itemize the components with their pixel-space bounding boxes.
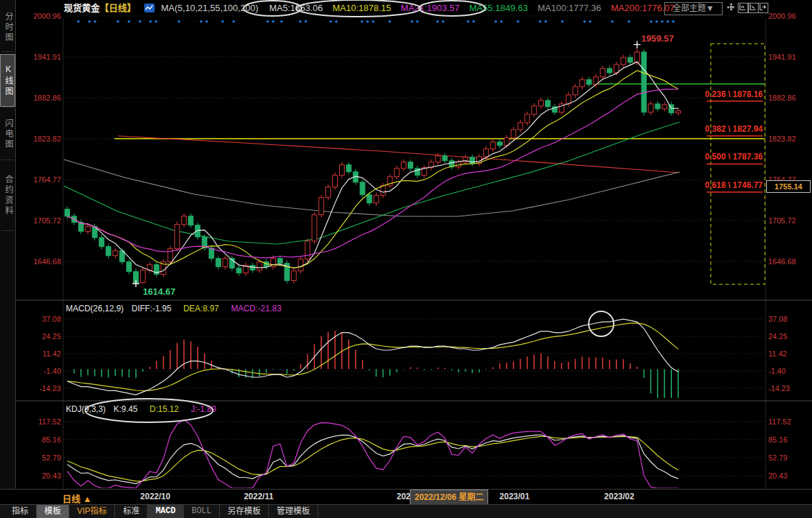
axis-label: -14.23 <box>768 384 790 392</box>
tab-指标[interactable]: 指标 <box>4 505 37 518</box>
axis-label: 37.08 <box>768 315 788 323</box>
sidebar-item-K线图[interactable]: K线图 <box>0 54 15 107</box>
axis-label: 1882.86 <box>768 94 796 102</box>
axis-label: 117.52 <box>768 417 791 426</box>
tab-VIP指标[interactable]: VIP指标 <box>69 505 115 518</box>
crosshair-date-tooltip: 2022/12/06 星期二 <box>410 490 488 505</box>
ma-legend-item: MA10:1878.15 <box>332 3 391 13</box>
period-selector-button[interactable]: 日线 ▲ <box>62 492 92 505</box>
sidebar-item-分时图[interactable]: 分时图 <box>1 4 15 50</box>
low-price-label: 1614.67 <box>143 286 175 297</box>
high-price-label: 1959.57 <box>641 33 674 44</box>
macd-title: MACD(26,12,9) <box>66 304 123 313</box>
axis-label: 11.42 <box>22 349 61 358</box>
axis-label: -1.40 <box>768 367 786 375</box>
theme-dropdown-button[interactable]: 全部主题▼ <box>664 2 723 15</box>
axis-label: 85.16 <box>22 435 61 444</box>
axis-label: 20.43 <box>22 472 61 480</box>
pane-layout-icon-2[interactable] <box>748 3 759 13</box>
axis-label: 52.79 <box>768 454 788 462</box>
fib-label-0.382: 0.382 \ 1827.94 <box>652 124 763 134</box>
date-tick-2022/11: 2022/11 <box>244 492 274 501</box>
sidebar-separator <box>1 159 14 160</box>
date-tick-2022/10: 2022/10 <box>140 492 170 501</box>
date-tick-202: 202 <box>397 492 411 501</box>
axis-label: 1705.72 <box>768 216 796 225</box>
date-tick-2023/01: 2023/01 <box>499 492 529 501</box>
fib-label-0.500: 0.500 \ 1787.36 <box>652 152 763 162</box>
axis-label: 2000.96 <box>22 12 61 20</box>
sidebar-separator <box>1 230 14 231</box>
axis-label: -1.40 <box>22 367 61 375</box>
axis-label: 1941.91 <box>768 53 796 61</box>
sidebar-separator <box>1 51 14 52</box>
axis-label: 85.16 <box>768 435 788 444</box>
axis-label: 24.25 <box>768 332 788 340</box>
indicator-tab-bar: 指标模板VIP指标标准MACDBOLL另存模板管理模板 <box>0 504 812 518</box>
axis-label: -14.23 <box>22 384 61 392</box>
symbol-title: 现货黄金 <box>64 3 100 13</box>
macd-panel-header: MACD(26,12,9) DIFF:-1.95 DEA:8.97 MACD:-… <box>66 304 282 313</box>
period-title: 【日线】 <box>100 3 136 13</box>
ma-legend-item: MA5:1863.06 <box>269 3 322 13</box>
crosshair-price-box: 1755.14 <box>766 180 811 193</box>
kline-chart-icon <box>144 3 155 12</box>
axis-label: 20.43 <box>768 472 788 480</box>
axis-label: 24.25 <box>22 332 61 340</box>
kdj-panel-header: KDJ(9,3,3) K:9.45 D:15.12 J:-1.89 <box>66 404 216 414</box>
axis-label: 1646.68 <box>22 257 61 266</box>
axis-label: 52.79 <box>22 454 61 462</box>
sidebar-item-闪电图[interactable]: 闪电图 <box>1 110 15 158</box>
axis-label: 11.42 <box>768 349 787 358</box>
ma-legend-item: MA21:1903.57 <box>401 3 460 13</box>
fib-label-0.618: 0.618 \ 1746.77 <box>652 180 763 190</box>
axis-label: 1823.82 <box>768 135 796 143</box>
sidebar-item-合约资料[interactable]: 合约资料 <box>1 162 15 229</box>
axis-label: 1882.86 <box>22 94 61 102</box>
ma-legend-item: MA55:1849.63 <box>469 3 528 13</box>
tab-BOLL[interactable]: BOLL <box>184 505 220 518</box>
ma-legend-item: MA100:1777.36 <box>537 3 601 13</box>
tab-标准[interactable]: 标准 <box>115 505 148 518</box>
axis-label: 37.08 <box>22 315 61 323</box>
left-sidebar: 分时图K线图闪电图合约资料 <box>0 0 16 504</box>
axis-label: 1646.68 <box>768 257 796 266</box>
kdj-title: KDJ(9,3,3) <box>66 404 105 414</box>
macd-diff-value: DIFF:-1.95 <box>132 304 171 313</box>
pane-export-icon[interactable] <box>758 3 768 13</box>
ma-legend: MA5:1863.06MA10:1878.15MA21:1903.57MA55:… <box>269 3 684 13</box>
kdj-j-value: J:-1.89 <box>191 404 216 414</box>
trading-app-window: 现货黄金【日线】 MA(5,10,21,55,100,200) MA5:1863… <box>0 0 812 518</box>
axis-label: 2000.96 <box>768 12 796 20</box>
date-tick-2023/02: 2023/02 <box>604 492 634 501</box>
tab-另存模板[interactable]: 另存模板 <box>220 505 269 518</box>
chart-canvas[interactable] <box>0 0 812 518</box>
axis-label: 1941.91 <box>22 53 61 61</box>
crosshair-icon[interactable] <box>727 3 736 12</box>
tab-MACD[interactable]: MACD <box>148 505 184 518</box>
macd-macd-value: MACD:-21.83 <box>231 304 282 313</box>
chart-header: 现货黄金【日线】 MA(5,10,21,55,100,200) MA5:1863… <box>0 0 812 18</box>
ma-params-label: MA(5,10,21,55,100,200) <box>161 3 258 13</box>
kdj-d-value: D:15.12 <box>150 404 179 414</box>
tab-模板[interactable]: 模板 <box>37 505 69 518</box>
axis-label: 1823.82 <box>22 135 61 143</box>
fib-label-0.236: 0.236 \ 1878.16 <box>652 89 763 99</box>
kdj-k-value: K:9.45 <box>114 404 138 414</box>
axis-label: 1764.77 <box>22 175 61 184</box>
axis-label: 1705.72 <box>22 216 61 225</box>
date-axis: 日线 ▲ 2022/102022/112022023/012023/02 202… <box>0 489 812 505</box>
pane-layout-icon-1[interactable] <box>738 3 748 13</box>
sidebar-separator <box>1 107 14 107</box>
tab-管理模板[interactable]: 管理模板 <box>269 505 318 518</box>
macd-dea-value: DEA:8.97 <box>183 304 218 313</box>
axis-label: 117.52 <box>22 417 61 426</box>
